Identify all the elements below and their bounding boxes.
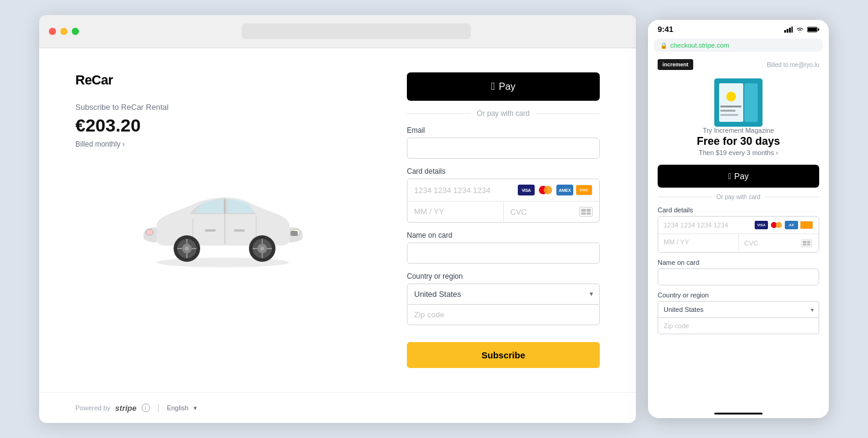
browser-footer: Powered by stripe i | English ▾ bbox=[39, 392, 636, 423]
mobile-cvc-chip-cell bbox=[803, 241, 807, 243]
stripe-logo: stripe bbox=[115, 404, 136, 413]
divider-line-right bbox=[536, 113, 600, 114]
car-image bbox=[139, 173, 307, 270]
subscribe-label: Subscribe to ReCar Rental bbox=[75, 103, 371, 112]
mobile-product-title: Try Increment Magazine bbox=[658, 127, 819, 134]
battery-icon bbox=[807, 27, 819, 33]
card-expiry-cvc-row: MM / YY CVC bbox=[407, 202, 599, 222]
mobile-cvc-chip-cell bbox=[807, 243, 810, 246]
mobile-mc-right bbox=[776, 222, 782, 228]
mobile-expiry[interactable]: MM / YY bbox=[658, 234, 739, 252]
mastercard-icon bbox=[537, 185, 554, 195]
mobile-visa-icon: VISA bbox=[755, 221, 768, 229]
card-expiry[interactable]: MM / YY bbox=[407, 202, 504, 222]
mobile-divider-row: Or pay with card bbox=[658, 194, 819, 200]
mobile-cvc-placeholder: CVC bbox=[744, 240, 758, 247]
status-time: 9:41 bbox=[658, 25, 673, 34]
svg-point-8 bbox=[146, 229, 153, 235]
country-group: Country or region United States ▾ bbox=[407, 272, 600, 325]
mobile-card-box: 1234 1234 1234 1234 VISA AX MM / YY CVC bbox=[658, 216, 819, 253]
wifi-icon bbox=[796, 27, 804, 33]
card-number-placeholder: 1234 1234 1234 1234 bbox=[414, 186, 518, 195]
checkout-content: ReCar Subscribe to ReCar Rental €203.20 … bbox=[39, 48, 636, 392]
mobile-apple-pay-button[interactable]:  Pay bbox=[658, 165, 819, 188]
svg-rect-33 bbox=[808, 28, 817, 31]
brand-logo: ReCar bbox=[75, 72, 371, 88]
info-icon[interactable]: i bbox=[142, 404, 150, 412]
mobile-card-number-row: 1234 1234 1234 1234 VISA AX bbox=[658, 217, 819, 234]
cvc-chip-icon bbox=[579, 207, 593, 217]
mobile-cvc[interactable]: CVC bbox=[739, 234, 819, 252]
dot-minimize[interactable] bbox=[60, 28, 68, 35]
svg-point-12 bbox=[260, 247, 264, 250]
email-input[interactable] bbox=[407, 138, 600, 159]
svg-point-38 bbox=[726, 92, 736, 101]
svg-rect-39 bbox=[720, 106, 741, 107]
dot-maximize[interactable] bbox=[72, 28, 79, 35]
mobile-mastercard-icon bbox=[770, 221, 783, 229]
car-image-container bbox=[75, 173, 371, 270]
lock-icon: 🔒 bbox=[660, 42, 667, 49]
mobile-country-section: Country or region United States ▾ bbox=[658, 291, 819, 334]
mobile-apple-logo-icon:  bbox=[728, 171, 731, 181]
mobile-name-label: Name on card bbox=[658, 259, 819, 266]
name-label: Name on card bbox=[407, 231, 600, 240]
svg-rect-29 bbox=[787, 29, 788, 33]
signal-icon bbox=[784, 27, 793, 33]
name-group: Name on card bbox=[407, 231, 600, 264]
svg-rect-31 bbox=[791, 27, 793, 33]
email-label: Email bbox=[407, 126, 600, 135]
svg-rect-40 bbox=[720, 110, 735, 112]
card-details-label: Card details bbox=[407, 167, 600, 176]
address-bar[interactable] bbox=[242, 24, 471, 39]
mobile-card-icons: VISA AX bbox=[755, 221, 813, 229]
svg-rect-30 bbox=[789, 28, 791, 33]
billed-monthly-link[interactable]: Billed monthly bbox=[75, 140, 125, 148]
svg-rect-34 bbox=[818, 28, 819, 31]
status-icons bbox=[784, 27, 819, 33]
svg-rect-41 bbox=[720, 114, 738, 116]
mobile-zip-input[interactable] bbox=[658, 317, 819, 334]
mobile-home-indicator[interactable] bbox=[714, 413, 763, 414]
cvc-chip-cell bbox=[587, 209, 591, 212]
mobile-card-details-label: Card details bbox=[658, 206, 819, 214]
country-label: Country or region bbox=[407, 272, 600, 281]
amex-icon: AMEX bbox=[556, 185, 573, 195]
mobile-product-sub-arrow[interactable]: › bbox=[776, 149, 778, 156]
left-panel: ReCar Subscribe to ReCar Rental €203.20 … bbox=[75, 72, 371, 368]
browser-dots bbox=[49, 28, 79, 35]
card-details-group: Card details 1234 1234 1234 1234 VISA AM… bbox=[407, 167, 600, 223]
mobile-divider-line-right bbox=[765, 197, 819, 197]
mobile-expiry-cvc-row: MM / YY CVC bbox=[658, 234, 819, 252]
card-cvc[interactable]: CVC bbox=[504, 202, 600, 222]
name-input[interactable] bbox=[407, 243, 600, 264]
increment-logo: increment bbox=[658, 59, 693, 70]
card-icons: VISA AMEX DISC bbox=[518, 185, 593, 195]
cvc-chip-cell bbox=[581, 212, 586, 215]
mobile-country-label: Country or region bbox=[658, 291, 819, 299]
language-selector[interactable]: English bbox=[167, 404, 189, 411]
divider-text: Or pay with card bbox=[477, 109, 529, 118]
language-chevron-icon[interactable]: ▾ bbox=[193, 404, 197, 412]
mobile-name-input[interactable] bbox=[658, 268, 819, 285]
zip-input[interactable] bbox=[407, 304, 600, 325]
mc-circle-right bbox=[544, 186, 552, 194]
apple-pay-label: Pay bbox=[499, 81, 516, 92]
mobile-url-bar[interactable]: 🔒 checkout.stripe.com bbox=[654, 39, 823, 52]
product-book bbox=[714, 78, 763, 127]
mobile-divider-line-left bbox=[658, 197, 712, 197]
apple-pay-button[interactable]:  Pay bbox=[407, 72, 600, 101]
mobile-product-sub: Then $19 every 3 months › bbox=[658, 149, 819, 156]
cvc-chip-cell bbox=[581, 209, 586, 212]
mobile-divider-text: Or pay with card bbox=[717, 194, 761, 200]
svg-rect-6 bbox=[234, 229, 245, 232]
mobile-cvc-chip-cell bbox=[807, 241, 810, 243]
card-number-row: 1234 1234 1234 1234 VISA AMEX DISC bbox=[407, 179, 599, 202]
cvc-placeholder: CVC bbox=[511, 208, 527, 217]
mobile-url-text: checkout.stripe.com bbox=[670, 42, 729, 49]
footer-separator: | bbox=[157, 402, 160, 413]
subscribe-button[interactable]: Subscribe bbox=[407, 342, 600, 368]
dot-close[interactable] bbox=[49, 28, 56, 35]
mobile-country-select[interactable]: United States bbox=[658, 301, 819, 317]
country-select[interactable]: United States bbox=[407, 284, 600, 304]
